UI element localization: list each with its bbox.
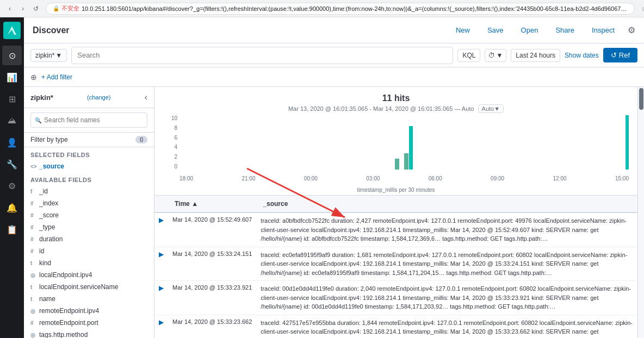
search-input[interactable] (77, 51, 447, 59)
sidebar-item-dashboard[interactable]: ⊞ (2, 89, 22, 109)
chart-bar (259, 169, 263, 170)
expand-row-button[interactable]: ▶ (159, 251, 164, 258)
forward-button[interactable]: › (17, 3, 28, 14)
filter-icon[interactable]: ⊕ (30, 73, 37, 82)
address-bar[interactable]: 🔒 不安全 10.0.251.180:5601/app/kibana#/disc… (46, 3, 635, 15)
chart-bar (512, 169, 516, 170)
data-area: 11 hits Mar 13, 2020 @ 16:01:35.065 - Ma… (154, 87, 637, 338)
browser-nav-buttons: ‹ › ↺ (4, 3, 41, 14)
new-button[interactable]: New (451, 24, 474, 36)
field-item-local-ipv4[interactable]: ◎ localEndpoint.ipv4 (24, 269, 154, 281)
results-table[interactable]: Time ▲ _source ▶Mar 14, 2020 @ 15:52:49.… (154, 196, 637, 338)
selected-field-source[interactable]: <> _source (24, 160, 154, 172)
change-index-button[interactable]: (change) (87, 94, 110, 101)
refresh-interval-button[interactable]: ⏱ ▼ (485, 49, 506, 62)
x-label-1200: 12:00 (553, 176, 567, 181)
reload-button[interactable]: ↺ (30, 3, 41, 14)
time-range-picker[interactable]: Last 24 hours (511, 49, 560, 62)
field-item-score[interactable]: # _score (24, 209, 154, 221)
add-filter-button[interactable]: + Add filter (41, 73, 72, 81)
interval-dropdown[interactable]: Auto ▼ (478, 104, 504, 113)
chart-axis-title: timestamp_millis per 30 minutes (163, 187, 629, 193)
source-cell: traceId: ec0efa89195f9af9 duration: 1,68… (256, 247, 637, 281)
chart-bar (610, 169, 615, 170)
field-item-kind[interactable]: t kind (24, 257, 154, 269)
field-item-index[interactable]: # _index (24, 197, 154, 209)
chart-bar (605, 169, 610, 170)
field-search-input[interactable] (30, 112, 147, 128)
time-column-header[interactable]: Time ▲ (168, 196, 256, 212)
show-dates-button[interactable]: Show dates (565, 52, 599, 59)
field-name-remote-ipv4: remoteEndpoint.ipv4 (39, 307, 147, 315)
chart-bar (296, 169, 301, 170)
chart-bar (231, 169, 236, 170)
field-item-remote-port[interactable]: # remoteEndpoint.port (24, 317, 154, 329)
back-button[interactable]: ‹ (4, 3, 15, 14)
field-item-remote-ipv4[interactable]: ◎ remoteEndpoint.ipv4 (24, 305, 154, 317)
chart-bar (301, 169, 306, 170)
y-label-8: 8 (174, 125, 177, 131)
filter-bar: ⊕ + Add filter (24, 67, 644, 87)
field-sidebar-header: zipkin* (change) ‹ (24, 87, 154, 108)
filter-by-type-button[interactable]: Filter by type 0 (24, 133, 154, 147)
chart-bar (418, 169, 423, 170)
expand-row-button[interactable]: ▶ (159, 216, 164, 224)
field-item-name[interactable]: t name (24, 293, 154, 305)
field-item-local-service[interactable]: t localEndpoint.serviceName (24, 281, 154, 293)
settings-icon[interactable]: ⚙ (628, 25, 635, 35)
main-area: Discover New Save Open Share Inspect ⚙ z… (24, 17, 644, 338)
compass-icon: ⊙ (9, 51, 16, 61)
chart-bar (442, 169, 446, 170)
time-cell: Mar 14, 2020 @ 15:33:23.921 (168, 281, 256, 315)
sidebar-item-discover[interactable]: ⊙ (2, 46, 22, 65)
sidebar-item-visualize[interactable]: 📊 (2, 67, 22, 87)
refresh-icon: ↺ (611, 51, 617, 59)
sidebar-item-management[interactable]: ⚙ (2, 176, 22, 196)
bookmark-button[interactable]: ☆ (639, 3, 644, 14)
index-selector[interactable]: zipkin* ▼ (30, 49, 67, 62)
interval-value: Auto (482, 105, 494, 112)
chart-bar (189, 169, 193, 170)
chart-bar (226, 169, 231, 170)
date-range-label: Mar 13, 2020 @ 16:01:35.065 - Mar 14, 20… (163, 104, 629, 113)
expand-row-button[interactable]: ▶ (159, 318, 164, 326)
sidebar-item-logs[interactable]: 📋 (2, 220, 22, 239)
share-button[interactable]: Share (551, 24, 579, 36)
field-item-duration[interactable]: # duration (24, 233, 154, 245)
chart-bar (255, 169, 259, 170)
field-type-local-service: t (30, 284, 36, 290)
chart-bar (573, 169, 577, 170)
refresh-button[interactable]: ↺ Ref (603, 48, 637, 62)
sidebar-item-alerts[interactable]: 🔔 (2, 198, 22, 217)
chart-bar (400, 169, 404, 170)
field-item-id2[interactable]: # id (24, 245, 154, 257)
field-search-wrap: 🔍 (30, 112, 147, 128)
chart-bar (395, 159, 399, 170)
sidebar-item-maps[interactable]: ⛰ (2, 111, 22, 130)
collapse-sidebar-button[interactable]: ‹ (145, 92, 147, 102)
chart-bar (535, 169, 540, 170)
field-item-id[interactable]: f _id (24, 185, 154, 197)
field-type-id: f (30, 189, 36, 195)
chart-bar (198, 169, 202, 170)
index-name-label: zipkin* (35, 52, 54, 59)
save-button[interactable]: Save (483, 24, 508, 36)
source-column-header[interactable]: _source (256, 196, 637, 212)
table-row: ▶Mar 14, 2020 @ 15:33:24.151traceId: ec0… (154, 247, 637, 281)
expand-row-button[interactable]: ▶ (159, 284, 164, 292)
kql-toggle[interactable]: KQL (457, 49, 480, 62)
sidebar-item-user[interactable]: 👤 (2, 133, 22, 152)
search-input-wrap[interactable] (71, 47, 453, 64)
inspect-button[interactable]: Inspect (587, 24, 619, 36)
chart-y-axis: 10 8 6 4 2 0 (163, 115, 179, 170)
source-cell: traceId: 427517e57e955bba duration: 1,84… (256, 315, 637, 338)
sidebar-item-devtools[interactable]: 🔧 (2, 154, 22, 174)
open-button[interactable]: Open (517, 24, 543, 36)
field-item-type[interactable]: # _type (24, 221, 154, 233)
right-scrollbar[interactable] (637, 87, 644, 338)
chart-bar (278, 169, 282, 170)
green-bar (626, 115, 629, 170)
x-label-0600: 06:00 (429, 176, 442, 181)
field-item-http-method[interactable]: ◎ tags.http.method (24, 329, 154, 338)
security-icon: 🔒 (53, 5, 59, 11)
